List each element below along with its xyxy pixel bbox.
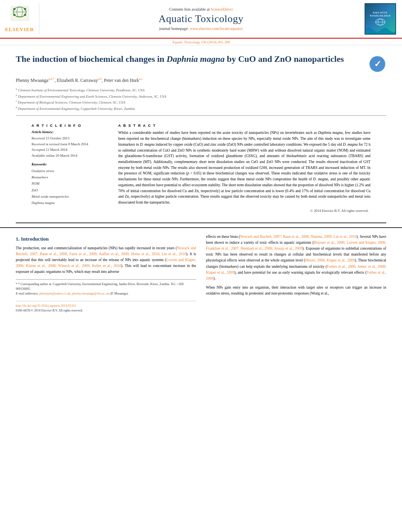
ref-link-5[interactable]: Moore, 2006; Klaper et al., 2009 — [305, 258, 355, 262]
keyword-3: NOM — [32, 180, 110, 187]
abstract-column: A B S T R A C T Whilst a considerable nu… — [118, 124, 370, 212]
keywords-label: Keywords: — [32, 162, 110, 166]
ref-link-3[interactable]: Nowack and Bucheli, 2007; Baun et al., 2… — [240, 235, 357, 239]
revised-date: Received in revised form 8 March 2014 — [32, 141, 110, 147]
page-container: ELSEVIER Contents lists available at Sci… — [0, 0, 402, 532]
intro-paragraph-2: effects on these biota (Nowack and Buche… — [206, 234, 387, 282]
homepage-line: journal homepage: www.elsevier.com/locat… — [159, 26, 243, 31]
content-separator — [16, 222, 386, 223]
aquatic-tox-logo: AQUATIC TOXICOLOGY — [363, 3, 398, 35]
footnote-email: E-mail addresses: phenmym@yahoo.co.uk, p… — [16, 291, 196, 296]
article-title: The induction of biochemical changes in … — [16, 53, 368, 65]
affiliations: a Clemson Institute of Environmental Tox… — [16, 87, 386, 111]
homepage-url[interactable]: www.elsevier.com/locate/aquatox — [190, 26, 243, 31]
crossmark-logo[interactable]: ✓ — [368, 55, 386, 73]
body-col-left: 1. Introduction The production, use and … — [16, 234, 196, 313]
online-date: Available online 20 March 2014 — [32, 153, 110, 158]
header-separator — [16, 115, 386, 116]
body-col-right: effects on these biota (Nowack and Buche… — [206, 234, 387, 313]
intro-paragraph-3: When NPs gain entry into an organism, th… — [206, 285, 387, 297]
keyword-2: Biomarkers — [32, 174, 110, 180]
accepted-date: Accepted 11 March 2014 — [32, 147, 110, 152]
body-content: 1. Introduction The production, use and … — [0, 227, 402, 319]
article-header: The induction of biochemical changes in … — [0, 45, 402, 221]
doi-line: Aquatic Toxicology 150 (2014) 201–209 — [0, 39, 402, 45]
article-title-section: The induction of biochemical changes in … — [16, 53, 386, 73]
ref-link-6[interactable]: Forbes et al., 2006; Jemec et al., 2008;… — [206, 265, 386, 274]
keywords-section: Keywords: Oxidative stress Biomarkers NO… — [32, 162, 110, 206]
received-date: Received 15 October 2013 — [32, 135, 110, 141]
journal-title: Aquatic Toxicology — [158, 13, 243, 25]
svg-point-5 — [24, 8, 26, 10]
sciencedirect-link[interactable]: ScienceDirect — [210, 7, 233, 11]
email-link-1[interactable]: phenmym@yahoo.co.uk — [39, 292, 70, 295]
keyword-6: Daphnia magna — [32, 200, 110, 206]
journal-info-center: Contents lists available at ScienceDirec… — [43, 3, 359, 35]
keyword-5: Metal oxide nanoparticles — [32, 193, 110, 200]
ref-link-2[interactable]: Lovern and Klaper, 2006; Klaine et al., … — [16, 258, 196, 268]
footer-area: http://dx.doi.org/10.1016/j.aquatox.2014… — [16, 301, 196, 313]
keyword-1: Oxidative stress — [32, 168, 110, 174]
contents-available-text: Contents lists available at ScienceDirec… — [169, 7, 233, 11]
elsevier-logo: ELSEVIER — [4, 3, 39, 35]
svg-point-6 — [13, 13, 15, 15]
footnote-section: * * Corresponding author at: Copperbelt … — [16, 279, 196, 296]
abstract-text: Whilst a considerable number of studies … — [118, 130, 370, 205]
article-info-abstract-section: A R T I C L E I N F O Article history: R… — [16, 120, 386, 216]
article-history-label: Article history: — [32, 130, 110, 134]
email-link-2[interactable]: phenny.mwaanga@cbu.ac.zm — [72, 292, 109, 295]
svg-point-7 — [24, 13, 26, 15]
article-info-column: A R T I C L E I N F O Article history: R… — [32, 124, 110, 212]
aquatic-logo-line2: TOXICOLOGY — [370, 14, 391, 17]
intro-paragraph-1: The production, use and commercializatio… — [16, 245, 196, 275]
aquatic-logo-line1: AQUATIC — [370, 11, 391, 14]
footnote-corresponding: * * Corresponding author at: Copperbelt … — [16, 282, 196, 291]
abstract-heading: A B S T R A C T — [118, 124, 370, 128]
section-title-intro: 1. Introduction — [16, 236, 196, 242]
journal-header: ELSEVIER Contents lists available at Sci… — [0, 0, 402, 39]
svg-text:✓: ✓ — [374, 59, 381, 69]
svg-point-4 — [13, 8, 15, 10]
doi-link[interactable]: http://dx.doi.org/10.1016/j.aquatox.2014… — [16, 304, 76, 308]
footer-issn: 0166-445X/© 2014 Elsevier B.V. All right… — [16, 308, 196, 313]
elsevier-text: ELSEVIER — [5, 26, 34, 33]
ref-link-4[interactable]: Brayner et al., 2006; Lovern and Klaper,… — [206, 241, 386, 250]
authors-line: Phenny Mwaangaa,d,*, Elizabeth R. Carraw… — [16, 77, 386, 84]
two-col-body: 1. Introduction The production, use and … — [16, 234, 386, 313]
keyword-4: ZnO — [32, 187, 110, 193]
copyright-text: © 2014 Elsevier B.V. All rights reserved… — [118, 209, 370, 213]
article-info-heading: A R T I C L E I N F O — [32, 124, 110, 128]
ref-link-1[interactable]: Nowack and Bucheli, 2007; Baun et al., 2… — [16, 246, 196, 256]
